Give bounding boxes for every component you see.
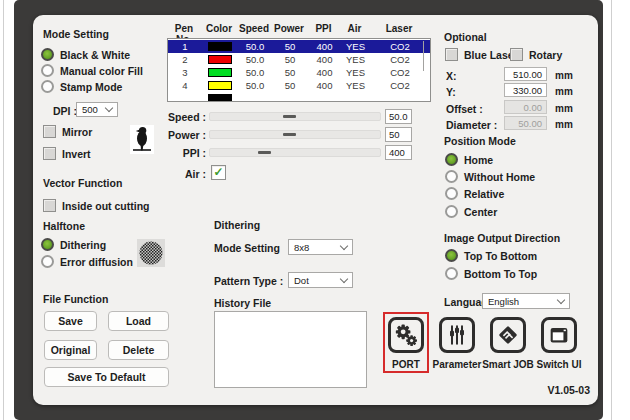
cell-color (202, 42, 238, 51)
cell-pen: 2 (168, 54, 202, 65)
switch-ui-button[interactable] (541, 317, 577, 353)
port-button[interactable] (388, 317, 424, 353)
gears-icon (391, 320, 421, 350)
invert-checkbox[interactable] (43, 147, 56, 160)
cell-air: YES (341, 67, 370, 78)
radio-center[interactable] (445, 205, 458, 218)
cell-speed: 50.0 (238, 67, 272, 78)
rotary-checkbox[interactable] (510, 48, 523, 61)
radio-home[interactable] (445, 153, 458, 166)
file-function-title: File Function (43, 293, 108, 305)
original-button[interactable]: Original (44, 340, 97, 360)
cell-color (202, 94, 238, 102)
switch-ui-label: Switch UI (531, 359, 587, 370)
y-unit: mm (555, 86, 573, 97)
inside-out-cutting-label: Inside out cutting (62, 200, 150, 212)
speed-slider-label: Speed : (133, 111, 206, 123)
language-select[interactable]: English (482, 293, 570, 309)
cell-laser: CO2 (370, 54, 430, 65)
pattern-type-value: Dot (294, 275, 309, 286)
speed-slider-handle[interactable] (283, 115, 296, 118)
cell-laser: CO2 (370, 67, 430, 78)
radio-bottom-to-top[interactable] (445, 267, 458, 280)
offset-unit: mm (555, 103, 573, 114)
air-label: Air : (133, 168, 206, 180)
air-checkbox[interactable] (211, 165, 226, 180)
table-row-pen-2[interactable]: 2 50.0 50 400 YES CO2 (168, 53, 430, 66)
color-swatch (208, 81, 232, 90)
chevron-down-icon (557, 295, 565, 303)
ppi-slider-track[interactable] (209, 148, 381, 157)
version-text: V1.05-03 (547, 384, 590, 396)
radio-error-diffusion[interactable] (41, 255, 54, 268)
save-to-default-button[interactable]: Save To Default (44, 367, 169, 387)
radio-dithering-label: Dithering (60, 239, 106, 251)
history-file-list[interactable] (214, 311, 367, 388)
table-row-pen-1[interactable]: 1 50.0 50 400 YES CO2 (168, 40, 430, 53)
cell-color (202, 81, 238, 90)
table-row-pen-5-partial[interactable] (168, 92, 430, 102)
mirror-label: Mirror (62, 126, 92, 138)
cell-air: YES (341, 54, 370, 65)
pen-table: 1 50.0 50 400 YES CO2 2 50.0 50 400 YES … (167, 38, 431, 102)
smart-job-label: Smart JOB (479, 359, 537, 370)
cell-pen: 4 (168, 80, 202, 91)
table-row-pen-3[interactable]: 3 50.0 50 400 YES CO2 (168, 66, 430, 79)
position-mode-title: Position Mode (444, 135, 516, 147)
radio-bottom-to-top-label: Bottom To Top (464, 268, 537, 280)
mirror-checkbox[interactable] (43, 125, 56, 138)
x-input[interactable]: 510.00 (504, 67, 547, 81)
speed-value-input[interactable]: 50.0 (385, 109, 412, 124)
cell-pen: 3 (168, 67, 202, 78)
inside-out-cutting-checkbox[interactable] (43, 199, 56, 212)
pattern-type-select[interactable]: Dot (288, 272, 353, 288)
power-slider-track[interactable] (209, 130, 381, 139)
table-scroll-mark (423, 41, 424, 71)
table-row-pen-4[interactable]: 4 50.0 50 400 YES CO2 (168, 79, 430, 92)
cell-air: YES (341, 41, 370, 52)
cell-color (202, 68, 238, 77)
app-panel: Mode Setting Black & White Manual color … (33, 15, 598, 405)
mode-setting-title: Mode Setting (43, 28, 109, 40)
offset-label: Offset : (446, 103, 483, 115)
ppi-value-input[interactable]: 400 (385, 145, 412, 160)
cell-pen: 1 (168, 41, 202, 52)
invert-label: Invert (62, 148, 91, 160)
color-swatch (208, 55, 232, 64)
radio-black-and-white[interactable] (41, 48, 54, 61)
color-swatch (208, 68, 232, 77)
cell-ppi: 400 (308, 80, 341, 91)
parameter-button[interactable] (439, 317, 475, 353)
radio-relative[interactable] (445, 187, 458, 200)
delete-button[interactable]: Delete (108, 340, 169, 360)
cell-power: 50 (272, 41, 308, 52)
radio-top-to-bottom-label: Top To Bottom (464, 250, 537, 262)
chevron-down-icon (340, 274, 348, 282)
dither-mode-label: Mode Setting (214, 242, 280, 254)
speed-slider-track[interactable] (209, 112, 381, 121)
right-edge-line (611, 0, 612, 420)
image-output-title: Image Output Direction (444, 232, 560, 244)
dpi-select[interactable]: 500 (76, 102, 118, 117)
blue-laser-checkbox[interactable] (445, 48, 458, 61)
screenshot-root: Mode Setting Black & White Manual color … (0, 0, 630, 420)
power-slider-handle[interactable] (283, 133, 296, 136)
cell-speed: 50.0 (238, 80, 272, 91)
smart-job-button[interactable] (490, 317, 526, 353)
vector-function-title: Vector Function (43, 177, 122, 189)
radio-without-home[interactable] (445, 170, 458, 183)
radio-manual-color-fill[interactable] (41, 64, 54, 77)
save-button[interactable]: Save (44, 311, 97, 331)
load-button[interactable]: Load (108, 311, 169, 331)
power-value-input[interactable]: 50 (385, 127, 412, 142)
radio-stamp-mode[interactable] (41, 80, 54, 93)
radio-dithering[interactable] (41, 238, 54, 251)
diameter-input: 50.00 (504, 116, 547, 130)
dither-mode-select[interactable]: 8x8 (288, 239, 353, 255)
radio-top-to-bottom[interactable] (445, 249, 458, 262)
y-input[interactable]: 330.00 (504, 83, 547, 97)
color-swatch (208, 94, 232, 102)
smart-job-logo-icon (493, 320, 523, 350)
ppi-slider-handle[interactable] (258, 151, 271, 154)
parameter-label: Parameter (427, 359, 487, 370)
